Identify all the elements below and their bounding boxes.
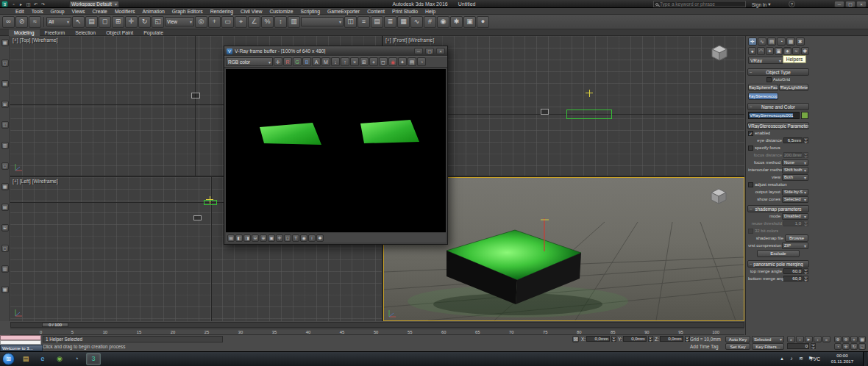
menu-create[interactable]: Create — [89, 8, 111, 15]
left-toolbar-button-7[interactable]: ◻ — [1, 162, 9, 170]
tab-hierarchy[interactable]: ▤ — [767, 37, 776, 46]
key-filters-button[interactable]: Key Filters... — [752, 343, 784, 350]
bottom-merge-angle-value[interactable]: 60,0 — [783, 276, 803, 281]
menu-content[interactable]: Content — [363, 8, 388, 15]
auto-key-button[interactable]: Auto Key — [725, 336, 750, 342]
left-toolbar-button-13[interactable]: ▦ — [1, 286, 9, 293]
z-coordinate-field[interactable]: 0,0mm — [660, 336, 683, 342]
unlink-selection-icon[interactable]: ⊘ — [15, 16, 28, 28]
help-search-box[interactable] — [653, 1, 746, 7]
category-lights[interactable]: ✦ — [766, 47, 774, 55]
vraylightmeter-button[interactable]: VRayLightMeter — [779, 84, 809, 91]
vfb-color-corrections-icon[interactable]: ✦ — [398, 57, 407, 66]
vfb-alpha-channel-icon[interactable]: A — [312, 57, 321, 66]
vfb-channel-dropdown[interactable]: RGB color▾ — [226, 57, 273, 66]
stereo-helper-gizmo[interactable] — [541, 109, 549, 115]
vfb-render-canvas[interactable] — [226, 69, 446, 232]
rollout-header-vraystereoscopic-parameters[interactable]: −VRayStereoscopic Parameters — [747, 122, 809, 129]
selection-filter-dropdown[interactable]: All▾ — [46, 17, 71, 26]
new-scene-icon[interactable]: ▫ — [10, 1, 17, 7]
rectangular-selection-region-icon[interactable]: ◻ — [99, 16, 111, 28]
vfb-stamp-icon[interactable]: T — [292, 234, 299, 242]
x-spinner[interactable]: ▴▾ — [611, 336, 616, 342]
category-cameras[interactable]: ▣ — [775, 47, 783, 55]
toggle-layer-explorer-icon[interactable]: ≣ — [384, 16, 396, 28]
menu-tools[interactable]: Tools — [28, 8, 47, 15]
tab-display[interactable]: ▦ — [786, 37, 795, 46]
vfb-red-channel-icon[interactable]: R — [283, 57, 292, 66]
stereo-helper-gizmo[interactable] — [191, 93, 200, 98]
frame-spinner[interactable]: ▴▾ — [811, 343, 816, 349]
category-systems[interactable]: ✱ — [801, 47, 809, 55]
go-to-end-button[interactable]: » — [822, 336, 830, 342]
named-selection-sets-dropdown[interactable]: ▾ — [301, 17, 344, 26]
vfb-pan-icon[interactable]: ✛ — [276, 234, 283, 242]
vfb-load-image-icon[interactable]: ↑ — [341, 57, 349, 66]
rendered-frame-window-icon[interactable]: ▣ — [463, 16, 476, 28]
reuse-threshold-spinner[interactable]: ▴▾ — [803, 220, 808, 226]
bind-to-space-warp-icon[interactable]: ≈ — [29, 16, 41, 28]
left-toolbar-button-6[interactable]: ▥ — [1, 142, 9, 149]
vfb-settings-icon[interactable]: ✱ — [316, 234, 324, 242]
spinner-snap-toggle-icon[interactable]: ↕ — [274, 16, 287, 28]
subcategory-dropdown[interactable]: VRay▾ — [748, 57, 783, 64]
tray-network-icon[interactable]: ≋ — [797, 354, 805, 362]
vray-frame-buffer-window[interactable]: V V-Ray frame buffer - [100% of 640 x 48… — [224, 46, 448, 245]
zoom-extents-button[interactable]: ⌖ — [850, 336, 858, 342]
select-by-name-icon[interactable]: ▤ — [85, 16, 98, 28]
reuse-threshold-value[interactable]: 1,0 — [783, 220, 803, 226]
top-merge-angle-spinner[interactable]: ▴▾ — [803, 268, 808, 274]
taskbar-3dsmax[interactable]: 3 — [86, 353, 101, 365]
enabled-checkbox[interactable]: ✓ — [748, 131, 753, 136]
redo-icon[interactable]: ↷ — [40, 1, 46, 7]
help-button[interactable]: ? — [789, 1, 795, 7]
time-slider[interactable]: 0 / 100 — [10, 322, 744, 328]
menu-help[interactable]: Help — [421, 8, 439, 15]
vfb-blue-channel-icon[interactable]: B — [302, 57, 311, 66]
viewport-top-label[interactable]: [+] [Top] [Wireframe] — [13, 37, 57, 43]
vfb-force-clamp-icon[interactable]: ◔ — [417, 57, 426, 66]
start-button[interactable]: ⊞ — [2, 353, 15, 365]
close-window-button[interactable]: × — [856, 1, 867, 7]
search-input[interactable] — [660, 1, 744, 7]
left-toolbar-button-12[interactable]: ▥ — [1, 265, 9, 273]
ribbon-tab-modeling[interactable]: Modeling — [9, 29, 40, 36]
edit-named-selection-sets-icon[interactable]: ▥ — [288, 16, 300, 28]
angle-snap-toggle-icon[interactable]: ∠ — [248, 16, 260, 28]
vrayspherefade-button[interactable]: VRaySphereFade — [748, 84, 778, 91]
left-toolbar-button-8[interactable]: ▦ — [1, 183, 9, 190]
vfb-minimize-button[interactable]: ─ — [414, 48, 423, 54]
vfb-green-channel-icon[interactable]: G — [293, 57, 302, 66]
current-frame-field[interactable]: 0 — [787, 343, 809, 349]
curve-editor-icon[interactable]: ∿ — [410, 16, 423, 28]
maximize-viewport-toggle-button[interactable]: ◱ — [858, 343, 866, 350]
vfb-region-icon[interactable]: ◻ — [284, 234, 291, 242]
zoom-extents-all-button[interactable]: ▦ — [858, 336, 866, 342]
output-layout-dropdown[interactable]: Side-by-Side▾ — [782, 189, 808, 195]
menu-edit[interactable]: Edit — [12, 8, 28, 15]
window-crossing-toggle-icon[interactable]: ⊞ — [112, 16, 124, 28]
eye-distance-spinner[interactable]: ▴▾ — [803, 137, 808, 143]
tab-create[interactable]: ✛ — [748, 37, 757, 46]
focus-method-dropdown[interactable]: None▾ — [782, 159, 808, 166]
mode-dropdown[interactable]: Disabled▾ — [782, 213, 808, 220]
32-bit-colors-checkbox[interactable] — [748, 229, 753, 234]
vfb-info-icon[interactable]: i — [308, 234, 316, 242]
vfb-corrections-panel-icon[interactable]: ▤ — [408, 57, 416, 66]
vfb-zoom-in-icon[interactable]: ⊕ — [260, 234, 267, 242]
tray-expand-icon[interactable]: ▴ — [778, 354, 786, 362]
ribbon-tab-selection[interactable]: Selection — [70, 29, 101, 36]
viewport-left-label[interactable]: [+] [Left] [Wireframe] — [13, 179, 58, 184]
object-color-swatch[interactable] — [801, 112, 808, 119]
menu-gameexporter[interactable]: GameExporter — [324, 8, 363, 15]
rollout-header-shademap-parameters[interactable]: −shademap parameters — [747, 205, 809, 212]
select-and-rotate-icon[interactable]: ↻ — [138, 16, 151, 28]
maxscript-mini-listener-macro[interactable] — [0, 335, 41, 340]
menu-rendering[interactable]: Rendering — [207, 8, 237, 15]
vfb-monochromatic-icon[interactable]: M — [321, 57, 330, 66]
rollout-header-name-and-color[interactable]: −Name and Color — [747, 103, 809, 110]
welcome-window-titlebar[interactable]: Welcome to 3... — [0, 345, 43, 351]
vfb-stereo-toggle-icon[interactable]: ◉ — [388, 57, 397, 66]
specify-focus-checkbox[interactable] — [748, 146, 753, 151]
open-file-icon[interactable]: ▸ — [18, 1, 24, 7]
